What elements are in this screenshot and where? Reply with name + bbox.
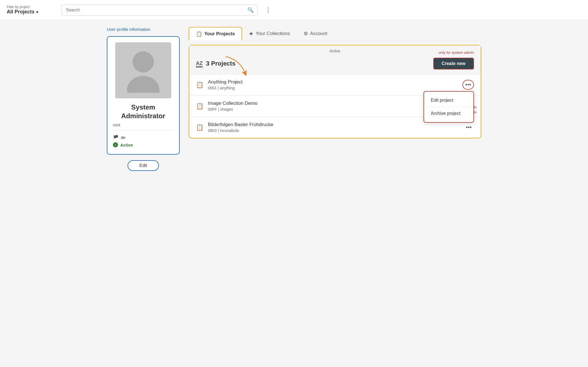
flag-icon: 🏴 xyxy=(113,135,119,140)
project-meta: 0001 | anything xyxy=(208,86,458,90)
az-sort-icon[interactable]: AZ xyxy=(196,60,203,68)
left-panel: User profile information System Administ… xyxy=(107,27,180,171)
search-container[interactable]: 🔍 xyxy=(62,4,258,16)
project-meta: 0803 | incunabula xyxy=(208,128,459,133)
svg-point-1 xyxy=(127,76,159,93)
chevron-down-icon: ▾ xyxy=(36,10,38,14)
system-admin-note: only for system admin xyxy=(439,50,474,55)
status-row: i Active xyxy=(113,142,173,147)
collections-tab-label: Your Collections xyxy=(256,31,290,36)
profile-meta: 🏴 de i Active xyxy=(113,135,173,147)
tab-account[interactable]: ⚙ Account xyxy=(297,27,334,40)
project-list: 📋 Anything Project 0001 | anything ••• E… xyxy=(189,74,481,138)
search-icon: 🔍 xyxy=(247,7,254,13)
profile-name: System Administrator xyxy=(121,103,165,120)
project-doc-icon: 📋 xyxy=(196,81,203,89)
more-options-icon[interactable]: ⋮ xyxy=(262,5,274,15)
filter-label: Filter by project xyxy=(7,5,57,9)
edit-project-item[interactable]: Edit project xyxy=(424,94,473,107)
archive-project-item[interactable]: Archive project xyxy=(424,107,473,120)
project-menu-button[interactable]: ••• xyxy=(462,80,474,90)
language-text: de xyxy=(121,135,126,140)
filter-value-text: All Projects xyxy=(7,9,34,15)
search-input[interactable] xyxy=(66,8,245,13)
project-menu-button[interactable]: ••• xyxy=(464,123,474,132)
project-name: Bilderfolgen Basler Frühdrucke xyxy=(208,122,459,127)
collections-tab-icon: ★ xyxy=(249,31,253,37)
main-layout: User profile information System Administ… xyxy=(98,20,490,178)
filter-value[interactable]: All Projects ▾ xyxy=(7,9,57,15)
projects-count: 3 Projects xyxy=(206,60,235,67)
svg-point-0 xyxy=(133,51,154,73)
language-row: 🏴 de xyxy=(113,135,173,140)
avatar-svg xyxy=(124,48,163,93)
account-tab-icon: ⚙ xyxy=(304,31,308,37)
edit-profile-button[interactable]: Edit xyxy=(128,160,159,171)
projects-header: Active AZ 3 Projects only for system adm… xyxy=(189,45,481,74)
table-row: 📋 Anything Project 0001 | anything ••• E… xyxy=(189,74,481,96)
topbar: Filter by project All Projects ▾ 🔍 ⋮ xyxy=(0,0,588,20)
projects-tab-icon: 📋 xyxy=(196,31,202,37)
profile-info-label: User profile information xyxy=(107,27,150,32)
project-dropdown-menu: Edit project Archive project xyxy=(423,91,474,123)
avatar xyxy=(115,42,171,98)
status-text: Active xyxy=(120,143,133,147)
projects-box: Active AZ 3 Projects only for system adm… xyxy=(189,45,481,138)
profile-username: root xyxy=(113,122,173,130)
project-doc-icon: 📋 xyxy=(196,124,203,131)
project-name: Anything Project xyxy=(208,79,458,85)
project-info: Bilderfolgen Basler Frühdrucke 0803 | in… xyxy=(208,122,459,133)
project-doc-icon: 📋 xyxy=(196,103,203,110)
status-icon: i xyxy=(113,142,118,147)
projects-tab-label: Your Projects xyxy=(204,31,235,37)
right-panel: 📋 Your Projects ★ Your Collections ⚙ Acc… xyxy=(189,27,481,171)
project-actions: ••• Edit project Archive project only fo… xyxy=(462,80,474,90)
tabs-row: 📋 Your Projects ★ Your Collections ⚙ Acc… xyxy=(189,27,481,40)
active-label: Active xyxy=(330,49,340,53)
create-new-button[interactable]: Create new xyxy=(433,58,474,69)
tab-your-projects[interactable]: 📋 Your Projects xyxy=(189,27,242,40)
filter-project-dropdown[interactable]: Filter by project All Projects ▾ xyxy=(7,5,57,15)
profile-card: System Administrator root 🏴 de i Active xyxy=(107,36,180,155)
project-info: Anything Project 0001 | anything xyxy=(208,79,458,90)
tab-your-collections[interactable]: ★ Your Collections xyxy=(242,27,297,40)
account-tab-label: Account xyxy=(310,31,327,36)
project-actions: ••• xyxy=(464,123,474,132)
